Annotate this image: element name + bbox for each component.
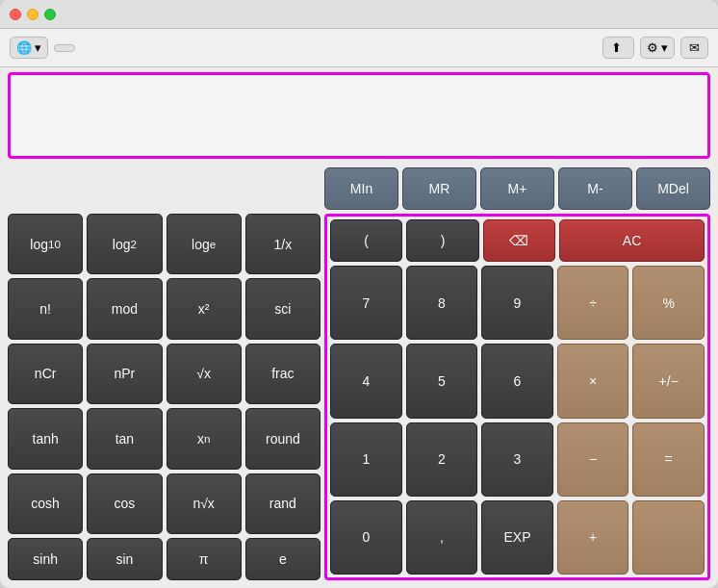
left-btn-6[interactable]: x² bbox=[167, 278, 242, 339]
shift-up-icon: ⬆ bbox=[611, 40, 622, 55]
numpad-btn-18[interactable]: + bbox=[557, 500, 629, 575]
display-value bbox=[20, 81, 698, 150]
toolbar-left: 🌐 ▾ bbox=[10, 37, 75, 59]
numpad-btn-13[interactable]: − bbox=[557, 422, 629, 497]
mail-button[interactable]: ✉ bbox=[680, 37, 708, 59]
numpad-btn-9[interactable]: +/− bbox=[632, 344, 705, 418]
right-top-row: ()⌫AC bbox=[330, 219, 705, 262]
calc-body: MInMRM+M-MDel log10log2loge1/xn!modx²sci… bbox=[0, 164, 718, 588]
left-btn-18[interactable]: n√x bbox=[167, 473, 242, 534]
left-btn-7[interactable]: sci bbox=[245, 278, 321, 339]
left-btn-22[interactable]: π bbox=[167, 538, 242, 580]
numpad: 789÷%456×+/−123−=0,EXP+ bbox=[330, 266, 705, 575]
left-btn-13[interactable]: tan bbox=[87, 408, 162, 469]
left-btn-0[interactable]: log10 bbox=[8, 214, 83, 274]
right-panel: ()⌫AC 789÷%456×+/−123−=0,EXP+ bbox=[324, 214, 710, 580]
titlebar bbox=[0, 0, 718, 29]
numpad-btn-12[interactable]: 3 bbox=[481, 422, 553, 497]
left-btn-16[interactable]: cosh bbox=[8, 473, 83, 534]
mem-min-button[interactable]: MIn bbox=[324, 167, 398, 210]
left-btn-3[interactable]: 1/x bbox=[245, 214, 321, 274]
right-top-btn-3[interactable]: AC bbox=[559, 219, 705, 262]
numpad-btn-11[interactable]: 2 bbox=[406, 422, 478, 497]
numpad-btn-0[interactable]: 7 bbox=[330, 266, 402, 340]
left-btn-5[interactable]: mod bbox=[87, 278, 162, 339]
gear-chevron: ▾ bbox=[661, 40, 668, 55]
numpad-btn-5[interactable]: 4 bbox=[330, 344, 402, 418]
globe-chevron: ▾ bbox=[35, 40, 41, 55]
mem-mdel-button[interactable]: MDel bbox=[636, 167, 710, 210]
numpad-btn-3[interactable]: ÷ bbox=[557, 266, 629, 340]
numpad-btn-17[interactable]: EXP bbox=[481, 500, 553, 575]
numpad-btn-14[interactable]: = bbox=[632, 422, 705, 497]
globe-button[interactable]: 🌐 ▾ bbox=[10, 37, 48, 59]
mail-icon: ✉ bbox=[689, 40, 700, 55]
left-btn-8[interactable]: nCr bbox=[8, 344, 83, 404]
left-btn-12[interactable]: tanh bbox=[8, 408, 83, 469]
mem-m+-button[interactable]: M+ bbox=[480, 167, 554, 210]
settings-button[interactable]: ⚙ ▾ bbox=[640, 37, 675, 59]
left-btn-1[interactable]: log2 bbox=[87, 214, 162, 274]
close-button[interactable] bbox=[10, 9, 21, 20]
left-panel: log10log2loge1/xn!modx²scinCrnPr√xfracta… bbox=[8, 214, 321, 580]
numpad-btn-15[interactable]: 0 bbox=[330, 500, 402, 575]
shift-button[interactable]: ⬆ bbox=[603, 37, 634, 59]
display bbox=[8, 72, 710, 159]
globe-icon: 🌐 bbox=[16, 40, 32, 55]
left-btn-23[interactable]: e bbox=[245, 538, 321, 580]
right-top-btn-0[interactable]: ( bbox=[330, 219, 402, 262]
app-window: 🌐 ▾ ⬆ ⚙ ▾ ✉ MInMRM+M- bbox=[0, 0, 718, 588]
left-btn-15[interactable]: round bbox=[245, 408, 321, 469]
left-btn-11[interactable]: frac bbox=[245, 344, 321, 404]
toolbar-right: ⬆ ⚙ ▾ ✉ bbox=[603, 37, 708, 59]
numpad-btn-6[interactable]: 5 bbox=[406, 344, 478, 418]
gear-icon: ⚙ bbox=[647, 40, 658, 55]
numpad-btn-2[interactable]: 9 bbox=[481, 266, 553, 340]
right-top-btn-1[interactable]: ) bbox=[406, 219, 478, 262]
left-btn-20[interactable]: sinh bbox=[8, 538, 83, 580]
numpad-btn-7[interactable]: 6 bbox=[481, 344, 553, 418]
left-spacer bbox=[8, 167, 321, 210]
left-btn-19[interactable]: rand bbox=[245, 473, 321, 534]
radian-button[interactable] bbox=[54, 44, 75, 52]
left-btn-10[interactable]: √x bbox=[167, 344, 242, 404]
numpad-btn-8[interactable]: × bbox=[557, 344, 629, 418]
maximize-button[interactable] bbox=[44, 9, 56, 20]
numpad-btn-1[interactable]: 8 bbox=[406, 266, 478, 340]
numpad-btn-4[interactable]: % bbox=[632, 266, 705, 340]
left-btn-14[interactable]: xn bbox=[167, 408, 242, 469]
main-grid: log10log2loge1/xn!modx²scinCrnPr√xfracta… bbox=[8, 214, 710, 580]
toolbar: 🌐 ▾ ⬆ ⚙ ▾ ✉ bbox=[0, 29, 718, 67]
numpad-btn-19[interactable] bbox=[632, 500, 705, 575]
left-btn-4[interactable]: n! bbox=[8, 278, 83, 339]
left-btn-17[interactable]: cos bbox=[87, 473, 162, 534]
traffic-lights bbox=[10, 9, 56, 20]
top-section: MInMRM+M-MDel bbox=[8, 167, 710, 210]
memory-row: MInMRM+M-MDel bbox=[324, 167, 710, 210]
numpad-btn-10[interactable]: 1 bbox=[330, 422, 402, 497]
left-btn-21[interactable]: sin bbox=[87, 538, 162, 580]
mem-mr-button[interactable]: MR bbox=[402, 167, 476, 210]
right-top-btn-2[interactable]: ⌫ bbox=[483, 219, 555, 262]
numpad-btn-16[interactable]: , bbox=[406, 500, 478, 575]
left-btn-2[interactable]: loge bbox=[167, 214, 242, 274]
mem-m--button[interactable]: M- bbox=[558, 167, 632, 210]
left-btn-9[interactable]: nPr bbox=[87, 344, 162, 404]
minimize-button[interactable] bbox=[27, 9, 38, 20]
